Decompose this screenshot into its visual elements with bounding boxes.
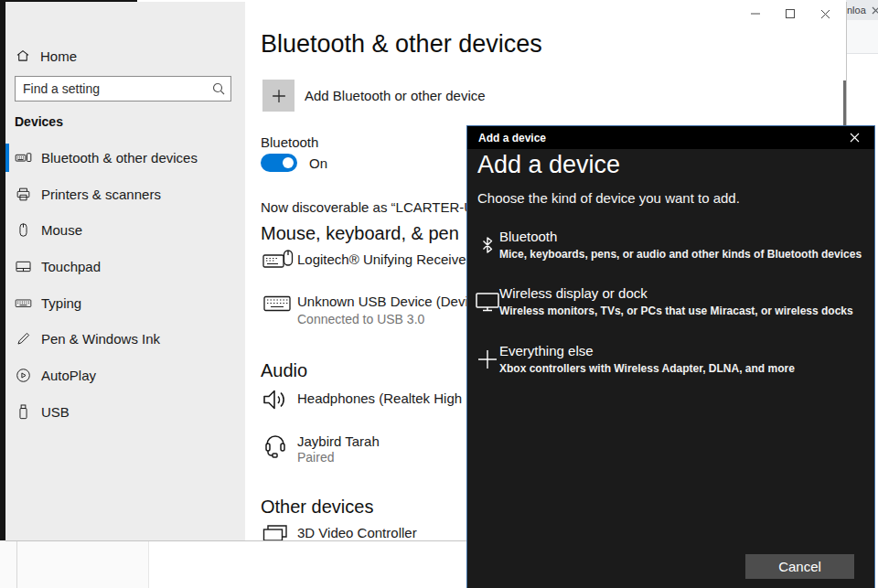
bluetooth-label: Bluetooth (261, 134, 318, 150)
scrollbar[interactable] (843, 80, 846, 125)
dialog-titlebar-text: Add a device (478, 132, 546, 144)
search-icon (212, 82, 225, 95)
background-panel (0, 540, 149, 588)
sidebar-item-label: Typing (41, 295, 81, 311)
pen-icon (15, 330, 32, 347)
tab-close-icon[interactable] (872, 6, 878, 15)
option-title: Wireless display or dock (499, 284, 853, 302)
selection-indicator (5, 144, 9, 172)
monitor-icon (476, 292, 499, 312)
maximize-button[interactable] (773, 2, 808, 26)
add-device-dialog: Add a device Add a device Choose the kin… (466, 125, 875, 588)
device-title[interactable]: Logitech® Unifying Receiver (297, 251, 470, 267)
sidebar-section-label: Devices (15, 114, 63, 129)
plus-icon (476, 348, 498, 370)
search-input[interactable] (16, 77, 230, 101)
sidebar-item-label: USB (41, 404, 70, 420)
close-icon (850, 133, 860, 143)
screen: nloa Settings Home Devices (0, 0, 878, 588)
browser-tab-label: nloa (847, 5, 866, 16)
search-box (15, 76, 231, 102)
bluetooth-toggle-row: On (261, 154, 327, 172)
minimize-button[interactable] (738, 2, 773, 26)
usb-icon (15, 403, 32, 421)
sidebar-item-label: AutoPlay (41, 368, 96, 383)
page-title: Bluetooth & other devices (261, 30, 542, 59)
sidebar-item-autoplay[interactable]: AutoPlay (5, 358, 245, 393)
add-button-label: Add Bluetooth or other device (305, 88, 486, 103)
keyboard-mouse-icon (262, 249, 294, 271)
sidebar-item-usb[interactable]: USB (5, 394, 245, 430)
section-title-audio: Audio (261, 360, 307, 381)
dialog-close-button[interactable] (840, 126, 869, 149)
browser-tab-fragment[interactable]: nloa (846, 0, 878, 20)
dialog-subtitle: Choose the kind of device you want to ad… (477, 190, 740, 206)
sidebar-item-label: Mouse (41, 222, 82, 238)
section-title-other-devices: Other devices (261, 497, 373, 518)
device-title[interactable]: Jaybird Tarah (297, 433, 380, 449)
keyboard-icon (15, 294, 32, 312)
close-button[interactable] (808, 2, 842, 26)
plus-icon (262, 80, 294, 112)
background-divider (16, 540, 17, 588)
sidebar-item-label: Bluetooth & other devices (41, 150, 198, 166)
background-window-bottom (0, 540, 466, 588)
device-title[interactable]: 3D Video Controller (297, 525, 417, 540)
home-label: Home (40, 48, 77, 64)
sidebar-item-typing[interactable]: Typing (5, 285, 245, 321)
printer-icon (15, 186, 32, 203)
sidebar-item-label: Touchpad (41, 259, 101, 274)
sidebar-item-mouse[interactable]: Mouse (5, 212, 245, 248)
add-bluetooth-button[interactable]: Add Bluetooth or other device (262, 80, 486, 112)
toggle-state-label: On (309, 155, 327, 171)
sidebar-item-bluetooth-other-devices[interactable]: Bluetooth & other devices (5, 140, 245, 176)
devices-icon (15, 149, 32, 166)
option-title: Everything else (499, 342, 795, 359)
device-subtitle: Paired (297, 450, 334, 465)
cancel-button[interactable]: Cancel (745, 554, 854, 579)
dialog-titlebar: Add a device (467, 126, 874, 149)
toggle-knob (283, 157, 294, 168)
dialog-heading: Add a device (477, 151, 620, 179)
mouse-icon (15, 221, 32, 239)
home-icon (15, 48, 31, 64)
sidebar-item-home[interactable]: Home (15, 42, 77, 69)
option-title: Bluetooth (499, 228, 862, 245)
option-description: Mice, keyboards, pens, or audio and othe… (499, 248, 862, 261)
autoplay-icon (15, 367, 32, 384)
sidebar-item-touchpad[interactable]: Touchpad (5, 249, 245, 284)
keyboard-icon (263, 294, 291, 313)
browser-toolbar-fragment (846, 20, 878, 54)
sidebar-item-printers-scanners[interactable]: Printers & scanners (5, 176, 245, 212)
option-description: Wireless monitors, TVs, or PCs that use … (499, 305, 853, 317)
display-adapter-icon (262, 524, 288, 541)
device-subtitle: Connected to USB 3.0 (297, 312, 424, 326)
sidebar: Home Devices Bluetooth & other devices P… (5, 2, 245, 540)
window-controls (738, 2, 842, 26)
sidebar-item-pen-windows-ink[interactable]: Pen & Windows Ink (5, 321, 245, 357)
sidebar-item-label: Pen & Windows Ink (41, 331, 160, 347)
option-wireless-display[interactable]: Wireless display or dock Wireless monito… (467, 278, 873, 329)
speaker-icon (262, 386, 289, 413)
sidebar-item-label: Printers & scanners (41, 187, 161, 202)
bluetooth-toggle[interactable] (261, 154, 297, 172)
option-bluetooth[interactable]: Bluetooth Mice, keyboards, pens, or audi… (467, 221, 873, 273)
touchpad-icon (15, 258, 32, 275)
option-everything-else[interactable]: Everything else Xbox controllers with Wi… (467, 336, 873, 387)
option-description: Xbox controllers with Wireless Adapter, … (499, 362, 795, 375)
bluetooth-icon (481, 235, 494, 255)
section-title-mouse-keyboard-pen: Mouse, keyboard, & pen (261, 223, 459, 244)
headset-icon (263, 430, 287, 459)
